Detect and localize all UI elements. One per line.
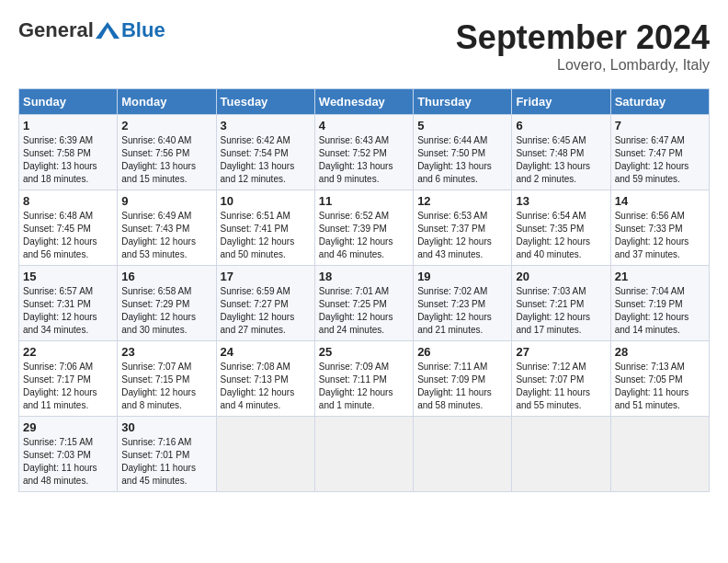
cell-info: Sunrise: 6:40 AMSunset: 7:56 PMDaylight:… (121, 134, 211, 186)
page-header: General Blue September 2024 Lovero, Lomb… (18, 18, 710, 74)
calendar-cell: 27Sunrise: 7:12 AMSunset: 7:07 PMDayligh… (512, 341, 610, 417)
calendar-cell: 5Sunrise: 6:44 AMSunset: 7:50 PMDaylight… (414, 115, 512, 190)
cell-info: Sunrise: 7:01 AMSunset: 7:25 PMDaylight:… (319, 285, 409, 337)
weekday-header: Sunday (19, 89, 118, 115)
calendar-cell: 24Sunrise: 7:08 AMSunset: 7:13 PMDayligh… (216, 341, 314, 417)
calendar-cell: 1Sunrise: 6:39 AMSunset: 7:58 PMDaylight… (19, 115, 118, 190)
calendar-cell: 10Sunrise: 6:51 AMSunset: 7:41 PMDayligh… (216, 190, 314, 266)
logo-blue-text: Blue (121, 18, 165, 42)
cell-info: Sunrise: 6:51 AMSunset: 7:41 PMDaylight:… (221, 210, 311, 261)
calendar-cell: 15Sunrise: 6:57 AMSunset: 7:31 PMDayligh… (19, 266, 118, 341)
day-number: 14 (615, 194, 705, 208)
calendar-cell: 28Sunrise: 7:13 AMSunset: 7:05 PMDayligh… (610, 341, 709, 417)
day-number: 18 (319, 270, 409, 283)
calendar-cell: 8Sunrise: 6:48 AMSunset: 7:45 PMDaylight… (19, 190, 118, 266)
logo-icon (96, 22, 119, 39)
cell-info: Sunrise: 7:04 AMSunset: 7:19 PMDaylight:… (615, 285, 705, 337)
title-block: September 2024 Lovero, Lombardy, Italy (456, 18, 710, 74)
cell-info: Sunrise: 6:39 AMSunset: 7:58 PMDaylight:… (23, 134, 113, 186)
cell-info: Sunrise: 7:12 AMSunset: 7:07 PMDaylight:… (516, 361, 606, 412)
cell-info: Sunrise: 6:52 AMSunset: 7:39 PMDaylight:… (319, 210, 409, 261)
calendar-cell: 22Sunrise: 7:06 AMSunset: 7:17 PMDayligh… (19, 341, 118, 417)
cell-info: Sunrise: 6:43 AMSunset: 7:52 PMDaylight:… (319, 134, 409, 186)
calendar-cell: 21Sunrise: 7:04 AMSunset: 7:19 PMDayligh… (610, 266, 709, 341)
calendar-week-row: 8Sunrise: 6:48 AMSunset: 7:45 PMDaylight… (19, 190, 710, 266)
calendar-week-row: 15Sunrise: 6:57 AMSunset: 7:31 PMDayligh… (19, 266, 710, 341)
cell-info: Sunrise: 7:15 AMSunset: 7:03 PMDaylight:… (23, 436, 113, 488)
day-number: 26 (417, 345, 507, 359)
cell-info: Sunrise: 7:02 AMSunset: 7:23 PMDaylight:… (417, 285, 507, 337)
day-number: 7 (615, 119, 705, 132)
day-number: 5 (417, 119, 507, 132)
weekday-header: Tuesday (216, 89, 314, 115)
cell-info: Sunrise: 7:06 AMSunset: 7:17 PMDaylight:… (23, 361, 113, 412)
weekday-header: Friday (512, 89, 610, 115)
day-number: 28 (615, 345, 705, 359)
cell-info: Sunrise: 6:59 AMSunset: 7:27 PMDaylight:… (221, 285, 311, 337)
calendar-cell: 20Sunrise: 7:03 AMSunset: 7:21 PMDayligh… (512, 266, 610, 341)
day-number: 10 (221, 194, 311, 208)
calendar-cell: 23Sunrise: 7:07 AMSunset: 7:15 PMDayligh… (118, 341, 216, 417)
day-number: 9 (121, 194, 211, 208)
calendar-cell (512, 417, 610, 492)
calendar-cell: 6Sunrise: 6:45 AMSunset: 7:48 PMDaylight… (512, 115, 610, 190)
calendar-cell (314, 417, 413, 492)
calendar-cell (414, 417, 512, 492)
cell-info: Sunrise: 6:47 AMSunset: 7:47 PMDaylight:… (615, 134, 705, 186)
logo: General Blue (18, 18, 165, 42)
calendar-cell: 13Sunrise: 6:54 AMSunset: 7:35 PMDayligh… (512, 190, 610, 266)
month-title: September 2024 (456, 18, 710, 57)
weekday-header-row: SundayMondayTuesdayWednesdayThursdayFrid… (19, 89, 710, 115)
cell-info: Sunrise: 6:45 AMSunset: 7:48 PMDaylight:… (516, 134, 606, 186)
day-number: 25 (319, 345, 409, 359)
calendar-cell (216, 417, 314, 492)
weekday-header: Thursday (414, 89, 512, 115)
day-number: 11 (319, 194, 409, 208)
calendar-table: SundayMondayTuesdayWednesdayThursdayFrid… (18, 88, 710, 492)
cell-info: Sunrise: 6:58 AMSunset: 7:29 PMDaylight:… (121, 285, 211, 337)
calendar-cell: 9Sunrise: 6:49 AMSunset: 7:43 PMDaylight… (118, 190, 216, 266)
calendar-cell: 14Sunrise: 6:56 AMSunset: 7:33 PMDayligh… (610, 190, 709, 266)
cell-info: Sunrise: 6:54 AMSunset: 7:35 PMDaylight:… (516, 210, 606, 261)
day-number: 20 (516, 270, 606, 283)
cell-info: Sunrise: 7:16 AMSunset: 7:01 PMDaylight:… (121, 436, 211, 488)
cell-info: Sunrise: 6:49 AMSunset: 7:43 PMDaylight:… (121, 210, 211, 261)
day-number: 21 (615, 270, 705, 283)
day-number: 23 (121, 345, 211, 359)
calendar-week-row: 22Sunrise: 7:06 AMSunset: 7:17 PMDayligh… (19, 341, 710, 417)
calendar-cell: 11Sunrise: 6:52 AMSunset: 7:39 PMDayligh… (314, 190, 413, 266)
weekday-header: Saturday (610, 89, 709, 115)
day-number: 6 (516, 119, 606, 132)
calendar-cell: 25Sunrise: 7:09 AMSunset: 7:11 PMDayligh… (314, 341, 413, 417)
calendar-cell: 30Sunrise: 7:16 AMSunset: 7:01 PMDayligh… (118, 417, 216, 492)
cell-info: Sunrise: 6:56 AMSunset: 7:33 PMDaylight:… (615, 210, 705, 261)
cell-info: Sunrise: 7:08 AMSunset: 7:13 PMDaylight:… (221, 361, 311, 412)
day-number: 24 (221, 345, 311, 359)
calendar-week-row: 29Sunrise: 7:15 AMSunset: 7:03 PMDayligh… (19, 417, 710, 492)
day-number: 12 (417, 194, 507, 208)
day-number: 15 (23, 270, 113, 283)
day-number: 3 (221, 119, 311, 132)
calendar-cell: 29Sunrise: 7:15 AMSunset: 7:03 PMDayligh… (19, 417, 118, 492)
cell-info: Sunrise: 6:57 AMSunset: 7:31 PMDaylight:… (23, 285, 113, 337)
cell-info: Sunrise: 6:44 AMSunset: 7:50 PMDaylight:… (417, 134, 507, 186)
calendar-cell: 19Sunrise: 7:02 AMSunset: 7:23 PMDayligh… (414, 266, 512, 341)
weekday-header: Wednesday (314, 89, 413, 115)
svg-marker-0 (96, 22, 119, 39)
calendar-cell: 3Sunrise: 6:42 AMSunset: 7:54 PMDaylight… (216, 115, 314, 190)
day-number: 19 (417, 270, 507, 283)
day-number: 27 (516, 345, 606, 359)
day-number: 29 (23, 420, 113, 434)
calendar-cell: 26Sunrise: 7:11 AMSunset: 7:09 PMDayligh… (414, 341, 512, 417)
cell-info: Sunrise: 7:09 AMSunset: 7:11 PMDaylight:… (319, 361, 409, 412)
calendar-cell: 12Sunrise: 6:53 AMSunset: 7:37 PMDayligh… (414, 190, 512, 266)
calendar-cell: 2Sunrise: 6:40 AMSunset: 7:56 PMDaylight… (118, 115, 216, 190)
day-number: 30 (121, 420, 211, 434)
cell-info: Sunrise: 6:42 AMSunset: 7:54 PMDaylight:… (221, 134, 311, 186)
calendar-week-row: 1Sunrise: 6:39 AMSunset: 7:58 PMDaylight… (19, 115, 710, 190)
calendar-cell: 18Sunrise: 7:01 AMSunset: 7:25 PMDayligh… (314, 266, 413, 341)
day-number: 4 (319, 119, 409, 132)
cell-info: Sunrise: 6:53 AMSunset: 7:37 PMDaylight:… (417, 210, 507, 261)
logo-general-text: General (18, 18, 94, 42)
calendar-cell: 16Sunrise: 6:58 AMSunset: 7:29 PMDayligh… (118, 266, 216, 341)
